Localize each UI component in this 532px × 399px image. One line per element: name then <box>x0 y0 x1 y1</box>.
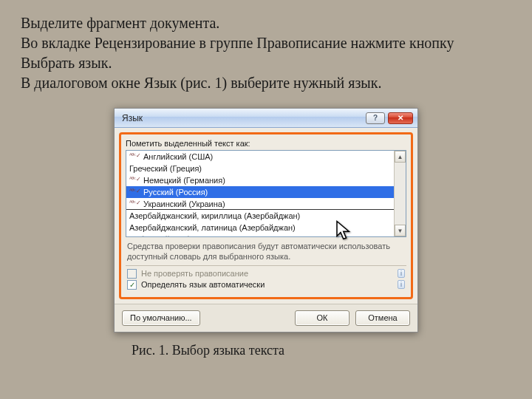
highlight-frame: Пометить выделенный текст как: ᴬᴮᶜ✓Англи… <box>119 132 413 299</box>
language-option[interactable]: ᴬᴮᶜ✓Немецкий (Германия) <box>126 174 394 186</box>
language-name: Азербайджанский, кириллица (Азербайджан) <box>129 210 300 222</box>
listbox-scrollbar[interactable]: ▲ ▼ <box>394 151 406 236</box>
language-name: Немецкий (Германия) <box>143 174 225 186</box>
language-name: Русский (Россия) <box>143 186 208 198</box>
checkbox-no-spellcheck-label: Не проверять правописание <box>141 269 248 278</box>
instruction-line-1: Выделите фрагмент документа. <box>21 13 511 33</box>
language-option[interactable]: Албанский (Албания) <box>126 233 394 236</box>
help-button[interactable]: ? <box>366 112 385 124</box>
scroll-track[interactable] <box>395 163 406 225</box>
instruction-text: Выделите фрагмент документа. Во вкладке … <box>21 13 511 93</box>
checkbox-icon <box>127 269 137 279</box>
language-name: Албанский (Албания) <box>129 233 210 236</box>
figure-caption: Рис. 1. Выбор языка текста <box>21 343 511 358</box>
scroll-up-button[interactable]: ▲ <box>395 151 406 163</box>
separator <box>126 265 406 266</box>
instruction-line-3: В диалоговом окне Язык (рис. 1) выберите… <box>21 73 511 93</box>
info-badge-icon: i <box>398 269 405 278</box>
language-option[interactable]: Греческий (Греция) <box>126 163 394 174</box>
default-button[interactable]: По умолчанию... <box>122 310 200 326</box>
language-option[interactable]: ᴬᴮᶜ✓Украинский (Украина) <box>126 198 394 210</box>
checkbox-icon: ✓ <box>127 280 137 290</box>
language-name: Азербайджанский, латиница (Азербайджан) <box>129 222 296 233</box>
language-dialog: Язык ? ✕ Пометить выделенный текст как: … <box>114 108 418 332</box>
language-option[interactable]: ᴬᴮᶜ✓Английский (США) <box>126 151 394 163</box>
dialog-titlebar[interactable]: Язык ? ✕ <box>115 109 417 128</box>
dialog-title: Язык <box>122 113 363 123</box>
language-listbox[interactable]: ᴬᴮᶜ✓Английский (США)Греческий (Греция)ᴬᴮ… <box>126 150 406 237</box>
language-option[interactable]: Азербайджанский, латиница (Азербайджан) <box>126 222 394 233</box>
language-name: Английский (США) <box>143 151 213 163</box>
cancel-button[interactable]: Отмена <box>355 310 410 326</box>
figure-container: Язык ? ✕ Пометить выделенный текст как: … <box>21 108 511 332</box>
ok-button[interactable]: ОК <box>295 310 349 326</box>
language-option[interactable]: ᴬᴮᶜ✓Русский (Россия) <box>126 186 394 198</box>
spellcheck-icon: ᴬᴮᶜ✓ <box>129 185 141 197</box>
language-option[interactable]: Азербайджанский, кириллица (Азербайджан) <box>126 210 394 222</box>
language-name: Украинский (Украина) <box>143 198 225 210</box>
dialog-button-bar: По умолчанию... ОК Отмена <box>115 304 417 332</box>
info-badge-icon: i <box>398 280 405 289</box>
checkbox-detect-label: Определять язык автоматически <box>141 280 265 289</box>
scroll-down-button[interactable]: ▼ <box>395 225 406 236</box>
language-name: Греческий (Греция) <box>129 163 202 174</box>
mark-as-label: Пометить выделенный текст как: <box>126 139 406 148</box>
dictionary-note: Средства проверки правописания будут авт… <box>127 242 405 262</box>
checkbox-detect-language[interactable]: ✓ Определять язык автоматически i <box>127 280 405 290</box>
close-button[interactable]: ✕ <box>388 112 413 124</box>
spellcheck-icon: ᴬᴮᶜ✓ <box>129 174 141 185</box>
spellcheck-icon: ᴬᴮᶜ✓ <box>129 197 141 209</box>
close-icon: ✕ <box>398 114 403 122</box>
checkbox-no-spellcheck[interactable]: Не проверять правописание i <box>127 269 405 279</box>
spellcheck-icon: ᴬᴮᶜ✓ <box>129 151 141 162</box>
language-list-items[interactable]: ᴬᴮᶜ✓Английский (США)Греческий (Греция)ᴬᴮ… <box>126 151 394 236</box>
instruction-line-2: Во вкладке Рецензирование в группе Право… <box>21 33 511 73</box>
